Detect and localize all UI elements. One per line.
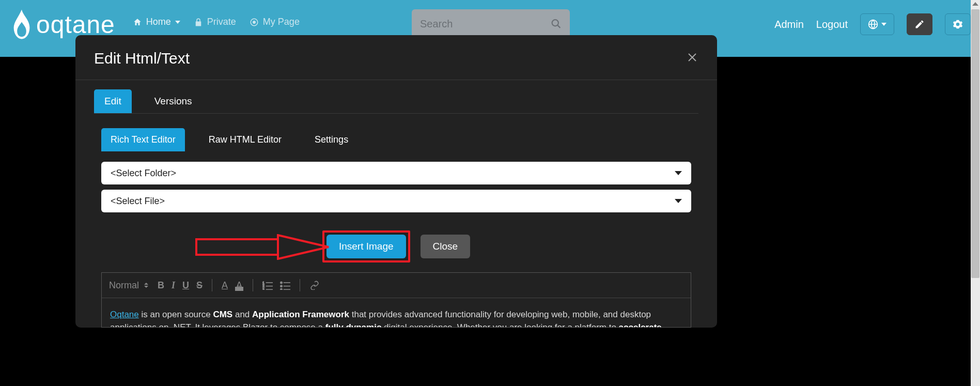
search-input[interactable] (420, 18, 551, 30)
link-button[interactable] (309, 281, 320, 290)
strike-button[interactable]: S (196, 280, 203, 291)
scrollbar-thumb[interactable] (971, 9, 979, 278)
italic-button[interactable]: I (172, 280, 175, 291)
search-box[interactable] (412, 9, 570, 38)
nav-home[interactable]: Home (133, 17, 180, 27)
toolbar-separator (253, 279, 253, 291)
lock-icon (194, 18, 203, 27)
tab-settings[interactable]: Settings (305, 128, 357, 151)
scrollbar[interactable] (971, 0, 980, 386)
annotation-arrow (195, 234, 335, 260)
button-row: Insert Image Close (94, 232, 698, 261)
rich-text-editor: Normal B I U S A A 123 (101, 272, 691, 328)
svg-line-3 (557, 25, 560, 28)
folder-select-value: <Select Folder> (111, 168, 176, 179)
toolbar-separator (300, 279, 300, 291)
nav-links: Home Private My Page (133, 17, 300, 27)
edit-modal: Edit Html/Text Edit Versions Rich Text E… (75, 35, 717, 328)
file-select[interactable]: <Select File> (101, 190, 691, 212)
edit-button[interactable] (907, 13, 932, 35)
settings-button[interactable] (945, 13, 971, 35)
tab-versions[interactable]: Versions (144, 89, 203, 113)
ordered-list-button[interactable]: 123 (262, 281, 273, 290)
right-nav: Admin Logout (774, 13, 971, 35)
tab-raw-editor[interactable]: Raw HTML Editor (199, 128, 291, 151)
flame-icon (10, 9, 33, 39)
bullet-list-button[interactable] (280, 281, 290, 290)
style-select-value: Normal (109, 280, 139, 291)
logout-link[interactable]: Logout (816, 19, 848, 30)
nav-private-label: Private (207, 17, 236, 27)
globe-dropdown[interactable] (860, 13, 894, 35)
highlight-button[interactable]: A (235, 280, 243, 291)
scroll-up-icon[interactable] (972, 2, 978, 6)
editor-tabs: Rich Text Editor Raw HTML Editor Setting… (101, 128, 698, 151)
insert-highlight: Insert Image (322, 230, 410, 263)
svg-point-19 (281, 289, 282, 290)
svg-point-2 (552, 20, 558, 26)
search-icon[interactable] (551, 18, 562, 29)
target-icon (250, 18, 259, 27)
svg-rect-7 (196, 239, 278, 255)
svg-point-15 (281, 282, 282, 283)
tab-edit[interactable]: Edit (94, 89, 132, 113)
modal-header: Edit Html/Text (75, 35, 717, 80)
chevron-down-icon (675, 171, 682, 175)
nav-mypage-label: My Page (263, 17, 300, 27)
content-link[interactable]: Oqtane (110, 310, 139, 319)
svg-point-1 (253, 21, 256, 23)
svg-marker-8 (278, 235, 329, 259)
gear-icon (953, 19, 963, 29)
bold-button[interactable]: B (158, 280, 164, 291)
editor-toolbar: Normal B I U S A A 123 (102, 273, 691, 298)
admin-link[interactable]: Admin (774, 19, 804, 30)
nav-home-label: Home (146, 17, 171, 27)
modal-close[interactable] (686, 51, 698, 66)
nav-mypage[interactable]: My Page (250, 17, 300, 27)
insert-image-button[interactable]: Insert Image (326, 235, 406, 258)
caret-down-icon (175, 21, 180, 24)
style-select[interactable]: Normal (109, 280, 148, 291)
underline-button[interactable]: U (182, 280, 189, 291)
nav-private[interactable]: Private (194, 17, 236, 27)
file-select-value: <Select File> (111, 196, 165, 207)
svg-point-17 (281, 285, 282, 287)
close-button[interactable]: Close (421, 235, 471, 258)
brand-text: oqtane (36, 10, 115, 39)
folder-select[interactable]: <Select Folder> (101, 162, 691, 184)
svg-text:3: 3 (262, 288, 265, 290)
home-icon (133, 18, 142, 27)
toolbar-separator (212, 279, 212, 291)
primary-tabs: Edit Versions (94, 89, 698, 114)
globe-icon (868, 19, 878, 29)
color-button[interactable]: A (222, 280, 228, 291)
modal-title: Edit Html/Text (94, 50, 190, 67)
caret-down-icon (881, 23, 886, 26)
modal-body: Edit Versions Rich Text Editor Raw HTML … (75, 80, 717, 328)
pencil-icon (914, 19, 925, 29)
chevron-down-icon (675, 199, 682, 203)
close-icon (686, 51, 698, 64)
editor-content[interactable]: Oqtane is an open source CMS and Applica… (102, 298, 691, 327)
tab-rich-editor[interactable]: Rich Text Editor (101, 128, 185, 151)
